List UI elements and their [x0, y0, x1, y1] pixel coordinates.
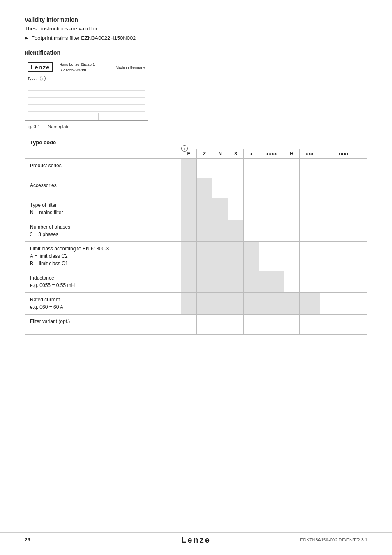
- cell-xxxx2-3: [320, 198, 367, 220]
- cell-xxxx1-8: [259, 314, 284, 334]
- col-x: x: [244, 149, 259, 158]
- cell-h-5: [284, 242, 300, 271]
- cell-xxx-1: [300, 159, 320, 178]
- cell-n-6: [212, 271, 228, 292]
- row-limit-class-cells: [181, 242, 367, 271]
- row-inductance-label: Inductancee.g. 0055 = 0.55 mH: [25, 271, 181, 292]
- fig-number: Fig. 0-1: [25, 124, 40, 129]
- cell-h-1: [284, 159, 300, 178]
- typecode-circle-icon: i: [181, 145, 188, 152]
- cell-3-7: [228, 293, 244, 314]
- type-label: Type:: [28, 76, 37, 81]
- cell-xxxx2-4: [320, 220, 367, 241]
- cell-xxxx2-5: [320, 242, 367, 271]
- row-rated-current-label: Rated currente.g. 060 = 60 A: [25, 293, 181, 314]
- cell-z-2: [197, 178, 212, 198]
- row-accessories-cells: [181, 178, 367, 198]
- row-limit-class-label: Limit class according to EN 61800-3A = l…: [25, 242, 181, 271]
- cell-n-8: [212, 314, 228, 334]
- cell-n-2: [212, 178, 228, 198]
- cell-3-3: [228, 198, 244, 220]
- cell-z-4: [197, 220, 212, 241]
- nameplate-line-3: [28, 98, 145, 105]
- row-inductance-cells: [181, 271, 367, 292]
- typecode-title: Type code: [25, 136, 181, 149]
- cell-3-2: [228, 178, 244, 198]
- cell-3-6: [228, 271, 244, 292]
- footer-page-number: 26: [25, 537, 30, 543]
- identification-title: Identification: [25, 49, 367, 56]
- cell-xxxx1-2: [259, 178, 284, 198]
- nameplate-bottom: [25, 113, 148, 120]
- cell-3-5: [228, 242, 244, 271]
- cell-x-5: [244, 242, 259, 271]
- cell-e-2: [181, 178, 197, 198]
- validity-item: Footprint mains filter EZN3A0022H150N002: [25, 35, 367, 41]
- row-rated-current-cells: [181, 293, 367, 314]
- lenze-logo: Lenze: [28, 62, 53, 72]
- nameplate-container: Lenze Hans-Lenze-Straße 1 D-31855 Aerzen…: [25, 60, 367, 121]
- cell-n-5: [212, 242, 228, 271]
- cell-z-1: [197, 159, 212, 178]
- typecode-section: Type code i E Z N 3 x xxxx H xxx xxxx Pr…: [25, 136, 367, 335]
- cell-e-7: [181, 293, 197, 314]
- row-num-phases-label: Number of phases3 = 3 phases: [25, 220, 181, 241]
- col-3: 3: [228, 149, 244, 158]
- fig-caption: Fig. 0-1 Nameplate: [25, 124, 367, 129]
- row-num-phases: Number of phases3 = 3 phases: [25, 220, 367, 242]
- cell-n-3: [212, 198, 228, 220]
- cell-xxxx1-1: [259, 159, 284, 178]
- footer: 26 Lenze EDKZN3A150-002 DE/EN/FR 3.1: [0, 532, 392, 543]
- validity-intro: These instructions are valid for: [25, 25, 367, 32]
- nameplate-circle-icon: i: [40, 76, 46, 81]
- typecode-col-headers: E Z N 3 x xxxx H xxx xxxx: [181, 149, 367, 158]
- cell-x-3: [244, 198, 259, 220]
- row-type-filter-cells: [181, 198, 367, 220]
- footer-logo: Lenze: [181, 535, 211, 545]
- cell-x-8: [244, 314, 259, 334]
- cell-e-6: [181, 271, 197, 292]
- row-type-filter: Type of filterN = mains filter: [25, 198, 367, 220]
- nameplate-made-in: Made in Germany: [115, 65, 145, 69]
- row-product-series-label: Product series: [25, 159, 181, 178]
- cell-x-6: [244, 271, 259, 292]
- typecode-cols-row: E Z N 3 x xxxx H xxx xxxx: [25, 149, 367, 159]
- cell-3-1: [228, 159, 244, 178]
- cell-3-4: [228, 220, 244, 241]
- row-inductance: Inductancee.g. 0055 = 0.55 mH: [25, 271, 367, 293]
- cell-n-1: [212, 159, 228, 178]
- cell-xxxx1-5: [259, 242, 284, 271]
- cell-xxxx1-4: [259, 220, 284, 241]
- cell-x-4: [244, 220, 259, 241]
- cell-3-8: [228, 314, 244, 334]
- col-xxxx2: xxxx: [320, 149, 367, 158]
- cell-h-3: [284, 198, 300, 220]
- nameplate-type-row: Type: i: [25, 74, 148, 83]
- cell-h-2: [284, 178, 300, 198]
- col-xxx: xxx: [300, 149, 320, 158]
- col-xxxx1: xxxx: [259, 149, 284, 158]
- cell-xxx-6: [300, 271, 320, 292]
- typecode-header-row: Type code i: [25, 136, 367, 149]
- nameplate-line-4: [28, 105, 145, 112]
- nameplate-line-1: [28, 84, 145, 91]
- footer-doc-ref: EDKZN3A150-002 DE/EN/FR 3.1: [300, 537, 367, 542]
- cell-n-7: [212, 293, 228, 314]
- cell-h-8: [284, 314, 300, 334]
- cell-h-6: [284, 271, 300, 292]
- cell-xxx-4: [300, 220, 320, 241]
- cell-e-1: [181, 159, 197, 178]
- nameplate-header: Lenze Hans-Lenze-Straße 1 D-31855 Aerzen…: [25, 60, 148, 74]
- col-n: N: [212, 149, 228, 158]
- row-rated-current: Rated currente.g. 060 = 60 A: [25, 293, 367, 314]
- cell-n-4: [212, 220, 228, 241]
- row-limit-class: Limit class according to EN 61800-3A = l…: [25, 242, 367, 271]
- cell-z-7: [197, 293, 212, 314]
- row-product-series-cells: [181, 159, 367, 178]
- col-h: H: [284, 149, 300, 158]
- cell-xxx-5: [300, 242, 320, 271]
- cell-xxxx2-6: [320, 271, 367, 292]
- row-filter-variant-label: Filter variant (opt.): [25, 314, 181, 334]
- nameplate-lines: [25, 83, 148, 113]
- cell-e-3: [181, 198, 197, 220]
